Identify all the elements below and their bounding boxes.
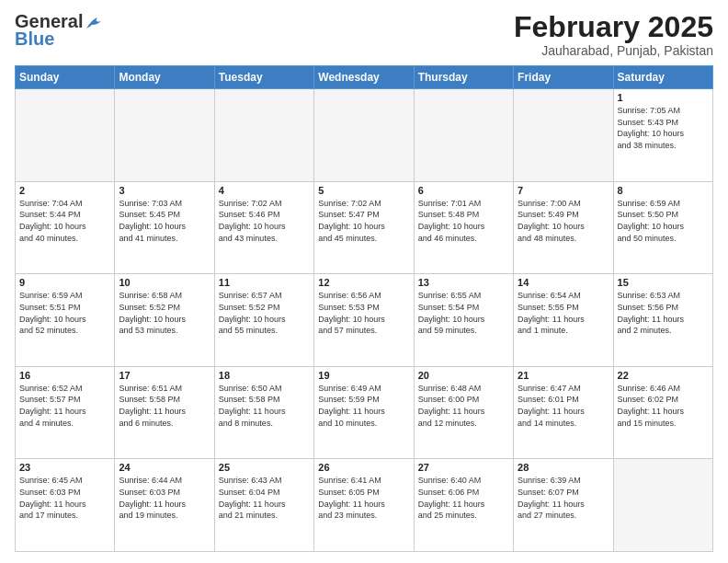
- calendar-cell: 21Sunrise: 6:47 AMSunset: 6:01 PMDayligh…: [514, 366, 613, 459]
- header: General Blue February 2025 Jauharabad, P…: [15, 11, 713, 58]
- logo-bird-icon: [85, 16, 105, 30]
- col-sunday: Sunday: [16, 66, 115, 89]
- calendar-cell: 22Sunrise: 6:46 AMSunset: 6:02 PMDayligh…: [613, 366, 712, 459]
- calendar-cell: 26Sunrise: 6:41 AMSunset: 6:05 PMDayligh…: [314, 459, 414, 552]
- calendar-week-0: 1Sunrise: 7:05 AMSunset: 5:43 PMDaylight…: [16, 89, 713, 182]
- day-info: Sunrise: 6:46 AMSunset: 6:02 PMDaylight:…: [618, 383, 709, 429]
- calendar-cell: [314, 89, 414, 182]
- calendar-table: Sunday Monday Tuesday Wednesday Thursday…: [15, 65, 713, 552]
- calendar-cell: [613, 459, 712, 552]
- calendar-week-1: 2Sunrise: 7:04 AMSunset: 5:44 PMDaylight…: [16, 181, 713, 274]
- calendar-cell: 28Sunrise: 6:39 AMSunset: 6:07 PMDayligh…: [514, 459, 613, 552]
- day-info: Sunrise: 6:55 AMSunset: 5:54 PMDaylight:…: [418, 290, 509, 336]
- day-info: Sunrise: 7:02 AMSunset: 5:47 PMDaylight:…: [318, 198, 409, 244]
- col-saturday: Saturday: [613, 66, 712, 89]
- col-tuesday: Tuesday: [214, 66, 313, 89]
- day-info: Sunrise: 7:00 AMSunset: 5:49 PMDaylight:…: [518, 198, 609, 244]
- calendar-cell: [214, 89, 313, 182]
- calendar-cell: 2Sunrise: 7:04 AMSunset: 5:44 PMDaylight…: [16, 181, 115, 274]
- calendar-cell: 4Sunrise: 7:02 AMSunset: 5:46 PMDaylight…: [214, 181, 313, 274]
- day-number: 17: [119, 370, 210, 381]
- logo: General Blue: [15, 11, 105, 50]
- day-number: 24: [119, 462, 210, 473]
- day-number: 16: [19, 370, 110, 381]
- calendar-cell: [16, 89, 115, 182]
- day-number: 27: [418, 462, 509, 473]
- day-info: Sunrise: 6:43 AMSunset: 6:04 PMDaylight:…: [219, 475, 310, 521]
- calendar-cell: 27Sunrise: 6:40 AMSunset: 6:06 PMDayligh…: [414, 459, 513, 552]
- calendar-cell: 16Sunrise: 6:52 AMSunset: 5:57 PMDayligh…: [16, 366, 115, 459]
- day-info: Sunrise: 7:05 AMSunset: 5:43 PMDaylight:…: [618, 105, 709, 151]
- day-number: 19: [318, 370, 409, 381]
- location: Jauharabad, Punjab, Pakistan: [514, 43, 713, 58]
- day-info: Sunrise: 6:44 AMSunset: 6:03 PMDaylight:…: [119, 475, 210, 521]
- col-monday: Monday: [115, 66, 214, 89]
- day-info: Sunrise: 6:59 AMSunset: 5:51 PMDaylight:…: [19, 290, 110, 336]
- day-number: 2: [19, 185, 110, 196]
- page: General Blue February 2025 Jauharabad, P…: [0, 0, 728, 563]
- calendar-cell: 8Sunrise: 6:59 AMSunset: 5:50 PMDaylight…: [613, 181, 712, 274]
- calendar-week-4: 23Sunrise: 6:45 AMSunset: 6:03 PMDayligh…: [16, 459, 713, 552]
- calendar-cell: 10Sunrise: 6:58 AMSunset: 5:52 PMDayligh…: [115, 274, 214, 367]
- day-number: 18: [219, 370, 310, 381]
- day-number: 21: [518, 370, 609, 381]
- calendar-week-2: 9Sunrise: 6:59 AMSunset: 5:51 PMDaylight…: [16, 274, 713, 367]
- day-number: 4: [219, 185, 310, 196]
- day-info: Sunrise: 6:54 AMSunset: 5:55 PMDaylight:…: [518, 290, 609, 336]
- calendar-cell: 24Sunrise: 6:44 AMSunset: 6:03 PMDayligh…: [115, 459, 214, 552]
- day-number: 7: [518, 185, 609, 196]
- day-info: Sunrise: 6:52 AMSunset: 5:57 PMDaylight:…: [19, 383, 110, 429]
- calendar-cell: 6Sunrise: 7:01 AMSunset: 5:48 PMDaylight…: [414, 181, 513, 274]
- calendar-cell: 25Sunrise: 6:43 AMSunset: 6:04 PMDayligh…: [214, 459, 313, 552]
- day-number: 25: [219, 462, 310, 473]
- day-info: Sunrise: 6:51 AMSunset: 5:58 PMDaylight:…: [119, 383, 210, 429]
- calendar-week-3: 16Sunrise: 6:52 AMSunset: 5:57 PMDayligh…: [16, 366, 713, 459]
- day-info: Sunrise: 6:53 AMSunset: 5:56 PMDaylight:…: [618, 290, 709, 336]
- calendar-cell: 3Sunrise: 7:03 AMSunset: 5:45 PMDaylight…: [115, 181, 214, 274]
- day-info: Sunrise: 7:02 AMSunset: 5:46 PMDaylight:…: [219, 198, 310, 244]
- day-number: 1: [618, 92, 709, 103]
- day-info: Sunrise: 6:58 AMSunset: 5:52 PMDaylight:…: [119, 290, 210, 336]
- day-info: Sunrise: 6:59 AMSunset: 5:50 PMDaylight:…: [618, 198, 709, 244]
- day-number: 9: [19, 277, 110, 288]
- day-number: 26: [318, 462, 409, 473]
- calendar-cell: 13Sunrise: 6:55 AMSunset: 5:54 PMDayligh…: [414, 274, 513, 367]
- calendar-cell: 23Sunrise: 6:45 AMSunset: 6:03 PMDayligh…: [16, 459, 115, 552]
- day-number: 3: [119, 185, 210, 196]
- col-thursday: Thursday: [414, 66, 513, 89]
- day-info: Sunrise: 6:50 AMSunset: 5:58 PMDaylight:…: [219, 383, 310, 429]
- day-number: 23: [19, 462, 110, 473]
- calendar-cell: 20Sunrise: 6:48 AMSunset: 6:00 PMDayligh…: [414, 366, 513, 459]
- calendar-cell: 7Sunrise: 7:00 AMSunset: 5:49 PMDaylight…: [514, 181, 613, 274]
- day-number: 10: [119, 277, 210, 288]
- calendar-body: 1Sunrise: 7:05 AMSunset: 5:43 PMDaylight…: [16, 89, 713, 552]
- calendar-cell: 14Sunrise: 6:54 AMSunset: 5:55 PMDayligh…: [514, 274, 613, 367]
- calendar-cell: 17Sunrise: 6:51 AMSunset: 5:58 PMDayligh…: [115, 366, 214, 459]
- day-info: Sunrise: 7:03 AMSunset: 5:45 PMDaylight:…: [119, 198, 210, 244]
- day-number: 20: [418, 370, 509, 381]
- day-number: 13: [418, 277, 509, 288]
- month-title: February 2025: [514, 11, 713, 43]
- calendar-cell: [414, 89, 513, 182]
- title-area: February 2025 Jauharabad, Punjab, Pakist…: [514, 11, 713, 58]
- day-info: Sunrise: 6:49 AMSunset: 5:59 PMDaylight:…: [318, 383, 409, 429]
- col-wednesday: Wednesday: [314, 66, 414, 89]
- calendar-cell: 9Sunrise: 6:59 AMSunset: 5:51 PMDaylight…: [16, 274, 115, 367]
- calendar-cell: 18Sunrise: 6:50 AMSunset: 5:58 PMDayligh…: [214, 366, 313, 459]
- day-info: Sunrise: 6:41 AMSunset: 6:05 PMDaylight:…: [318, 475, 409, 521]
- day-info: Sunrise: 7:04 AMSunset: 5:44 PMDaylight:…: [19, 198, 110, 244]
- day-info: Sunrise: 7:01 AMSunset: 5:48 PMDaylight:…: [418, 198, 509, 244]
- header-row: Sunday Monday Tuesday Wednesday Thursday…: [16, 66, 713, 89]
- calendar-cell: [514, 89, 613, 182]
- calendar-cell: 11Sunrise: 6:57 AMSunset: 5:52 PMDayligh…: [214, 274, 313, 367]
- calendar-cell: 5Sunrise: 7:02 AMSunset: 5:47 PMDaylight…: [314, 181, 414, 274]
- day-number: 6: [418, 185, 509, 196]
- day-info: Sunrise: 6:48 AMSunset: 6:00 PMDaylight:…: [418, 383, 509, 429]
- day-info: Sunrise: 6:56 AMSunset: 5:53 PMDaylight:…: [318, 290, 409, 336]
- day-number: 28: [518, 462, 609, 473]
- col-friday: Friday: [514, 66, 613, 89]
- logo-blue: Blue: [15, 29, 54, 50]
- day-info: Sunrise: 6:45 AMSunset: 6:03 PMDaylight:…: [19, 475, 110, 521]
- calendar-cell: [115, 89, 214, 182]
- day-number: 15: [618, 277, 709, 288]
